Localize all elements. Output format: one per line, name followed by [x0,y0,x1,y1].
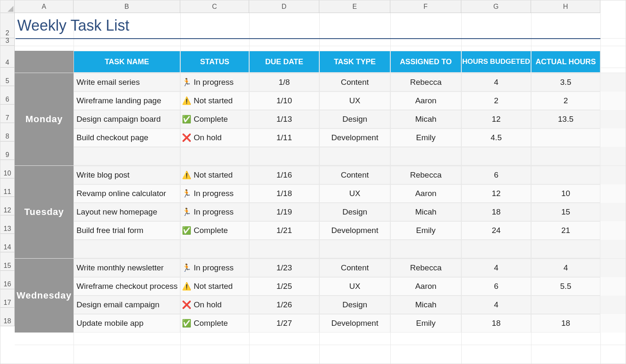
column-header-g[interactable]: G [461,0,531,13]
cell-task-type[interactable]: Design [319,110,390,128]
empty-cell[interactable] [180,147,249,165]
empty-cell[interactable] [74,240,180,258]
table-row[interactable]: Wireframe checkout process⚠️Not started1… [74,277,626,296]
row-header-14[interactable]: 14 [0,234,15,252]
cell-due-date[interactable]: 1/21 [249,221,319,240]
row-header-3[interactable]: 3 [0,38,15,46]
cell-assigned-to[interactable]: Micah [390,296,461,314]
column-header-d[interactable]: D [249,0,319,13]
row-header-7[interactable]: 7 [0,105,15,123]
cell-due-date[interactable]: 1/27 [249,314,319,333]
cell-due-date[interactable]: 1/10 [249,92,319,110]
cell-actual-hours[interactable]: 13.5 [531,110,600,128]
cell-task-type[interactable]: Content [319,73,390,92]
table-row[interactable]: Design campaign board✅Complete1/13Design… [74,110,626,128]
cell-assigned-to[interactable]: Aaron [390,184,461,203]
cell-assigned-to[interactable]: Micah [390,203,461,221]
empty-cell[interactable] [249,147,319,165]
cell-actual-hours[interactable]: 2 [531,92,600,110]
empty-cell[interactable] [531,240,600,258]
cell-due-date[interactable]: 1/23 [249,259,319,277]
cell-due-date[interactable]: 1/13 [249,110,319,128]
row-header-18[interactable]: 18 [0,308,15,326]
cell-actual-hours[interactable] [531,296,600,314]
cell-status[interactable]: ✅Complete [180,314,249,333]
row-header-5[interactable]: 5 [0,68,15,86]
cell-actual-hours[interactable]: 3.5 [531,73,600,92]
cell-task-name[interactable]: Update mobile app [74,314,180,333]
row-header-2[interactable]: 2 [0,13,15,38]
table-row[interactable]: Layout new homepage🏃In progress1/19Desig… [74,203,626,221]
cell-status[interactable]: 🏃In progress [180,203,249,221]
cell-due-date[interactable]: 1/8 [249,73,319,92]
cell-hours-budgeted[interactable]: 4 [461,296,531,314]
cell-hours-budgeted[interactable]: 4 [461,73,531,92]
cell-due-date[interactable]: 1/25 [249,277,319,296]
header-actual-hours[interactable]: ACTUAL HOURS [531,51,600,73]
cell-status[interactable]: 🏃In progress [180,73,249,92]
cell-task-name[interactable]: Design email campaign [74,296,180,314]
cell-status[interactable]: ✅Complete [180,221,249,240]
empty-row[interactable] [74,147,626,165]
cell-actual-hours[interactable]: 10 [531,184,600,203]
column-header-h[interactable]: H [531,0,600,13]
cell-assigned-to[interactable]: Emily [390,128,461,147]
cell-due-date[interactable]: 1/26 [249,296,319,314]
cell-task-type[interactable]: Content [319,259,390,277]
empty-cell[interactable] [249,240,319,258]
cell-actual-hours[interactable]: 18 [531,314,600,333]
cell-task-type[interactable]: UX [319,277,390,296]
cell-actual-hours[interactable]: 15 [531,203,600,221]
cell-due-date[interactable]: 1/19 [249,203,319,221]
header-due-date[interactable]: DUE DATE [249,51,319,73]
table-row[interactable]: Update mobile app✅Complete1/27Developmen… [74,314,626,333]
cell-hours-budgeted[interactable]: 4 [461,259,531,277]
cell-status[interactable]: ⚠️Not started [180,92,249,110]
cell-assigned-to[interactable]: Aaron [390,92,461,110]
cell-task-type[interactable]: Design [319,203,390,221]
column-header-e[interactable]: E [319,0,390,13]
row-header-10[interactable]: 10 [0,160,15,178]
table-row[interactable]: Design email campaign❌On hold1/26DesignM… [74,296,626,314]
cell-assigned-to[interactable]: Emily [390,221,461,240]
cell-hours-budgeted[interactable]: 2 [461,92,531,110]
empty-cell[interactable] [180,240,249,258]
cell-status[interactable]: ✅Complete [180,110,249,128]
empty-cell[interactable] [390,240,461,258]
table-row[interactable]: Build free trial form✅Complete1/21Develo… [74,221,626,240]
cell-assigned-to[interactable]: Rebecca [390,73,461,92]
cell-actual-hours[interactable] [531,166,600,184]
column-header-f[interactable]: F [390,0,461,13]
cell-hours-budgeted[interactable]: 18 [461,314,531,333]
row-header-9[interactable]: 9 [0,141,15,160]
cell-task-name[interactable]: Build checkout page [74,128,180,147]
table-row[interactable]: Revamp online calculator🏃In progress1/18… [74,184,626,203]
cell-status[interactable]: ⚠️Not started [180,277,249,296]
table-row[interactable]: Build checkout page❌On hold1/11Developme… [74,128,626,147]
cell-hours-budgeted[interactable]: 6 [461,166,531,184]
row-header-6[interactable]: 6 [0,86,15,105]
cell-task-type[interactable]: Development [319,221,390,240]
row-header-12[interactable]: 12 [0,197,15,215]
cell-assigned-to[interactable]: Emily [390,314,461,333]
cell-actual-hours[interactable]: 5.5 [531,277,600,296]
empty-cell[interactable] [319,240,390,258]
cell-task-name[interactable]: Write blog post [74,166,180,184]
header-status[interactable]: STATUS [180,51,249,73]
empty-cell[interactable] [531,147,600,165]
header-task-type[interactable]: TASK TYPE [319,51,390,73]
header-hours-budgeted[interactable]: HOURS BUDGETED [461,51,531,73]
empty-cell[interactable] [461,240,531,258]
row-header-11[interactable]: 11 [0,178,15,197]
row-header-13[interactable]: 13 [0,215,15,234]
cell-hours-budgeted[interactable]: 12 [461,184,531,203]
cell-hours-budgeted[interactable]: 6 [461,277,531,296]
table-row[interactable]: Write monthly newsletter🏃In progress1/23… [74,259,626,277]
cell-status[interactable]: 🏃In progress [180,184,249,203]
cell-status[interactable]: ⚠️Not started [180,166,249,184]
cell-task-name[interactable]: Design campaign board [74,110,180,128]
cell-task-type[interactable]: Content [319,166,390,184]
cell-hours-budgeted[interactable]: 24 [461,221,531,240]
cell-hours-budgeted[interactable]: 12 [461,110,531,128]
table-row[interactable]: Wireframe landing page⚠️Not started1/10U… [74,92,626,110]
